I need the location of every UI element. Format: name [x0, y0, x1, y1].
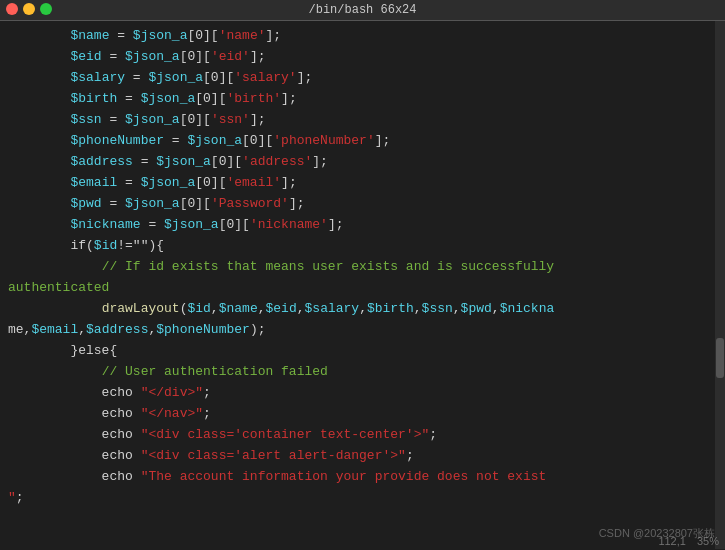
code-line: authenticated: [0, 277, 713, 298]
code-line: $nickname = $json_a[0]['nickname'];: [0, 214, 713, 235]
code-line: $email = $json_a[0]['email'];: [0, 172, 713, 193]
status-bar: 112,1 35%: [652, 533, 725, 549]
code-content: $name = $json_a[0]['name']; $eid = $json…: [0, 25, 725, 508]
code-line: me,$email,$address,$phoneNumber);: [0, 319, 713, 340]
title-bar: /bin/bash 66x24: [0, 0, 725, 21]
code-line: // User authentication failed: [0, 361, 713, 382]
code-line: if($id!=""){: [0, 235, 713, 256]
zoom-level: 35%: [697, 535, 719, 547]
minimize-btn[interactable]: [23, 3, 35, 15]
code-line: echo "<div class='alert alert-danger'>";: [0, 445, 713, 466]
window-title: /bin/bash 66x24: [308, 3, 416, 17]
code-line: ";: [0, 487, 713, 508]
code-line: drawLayout($id,$name,$eid,$salary,$birth…: [0, 298, 713, 319]
code-line: $eid = $json_a[0]['eid'];: [0, 46, 713, 67]
scrollbar[interactable]: [715, 21, 725, 549]
code-line: $salary = $json_a[0]['salary'];: [0, 67, 713, 88]
code-line: // If id exists that means user exists a…: [0, 256, 713, 277]
code-line: $name = $json_a[0]['name'];: [0, 25, 713, 46]
maximize-btn[interactable]: [40, 3, 52, 15]
code-line: echo "<div class='container text-center'…: [0, 424, 713, 445]
code-line: echo "The account information your provi…: [0, 466, 713, 487]
window-controls: [6, 3, 52, 15]
code-line: $address = $json_a[0]['address'];: [0, 151, 713, 172]
close-btn[interactable]: [6, 3, 18, 15]
code-line: $birth = $json_a[0]['birth'];: [0, 88, 713, 109]
code-line: $ssn = $json_a[0]['ssn'];: [0, 109, 713, 130]
code-line: $phoneNumber = $json_a[0]['phoneNumber']…: [0, 130, 713, 151]
code-area: $name = $json_a[0]['name']; $eid = $json…: [0, 21, 725, 549]
scrollbar-thumb[interactable]: [716, 338, 724, 378]
cursor-position: 112,1: [658, 535, 686, 547]
code-line: $pwd = $json_a[0]['Password'];: [0, 193, 713, 214]
code-line: echo "</nav>";: [0, 403, 713, 424]
code-line: }else{: [0, 340, 713, 361]
code-line: echo "</div>";: [0, 382, 713, 403]
